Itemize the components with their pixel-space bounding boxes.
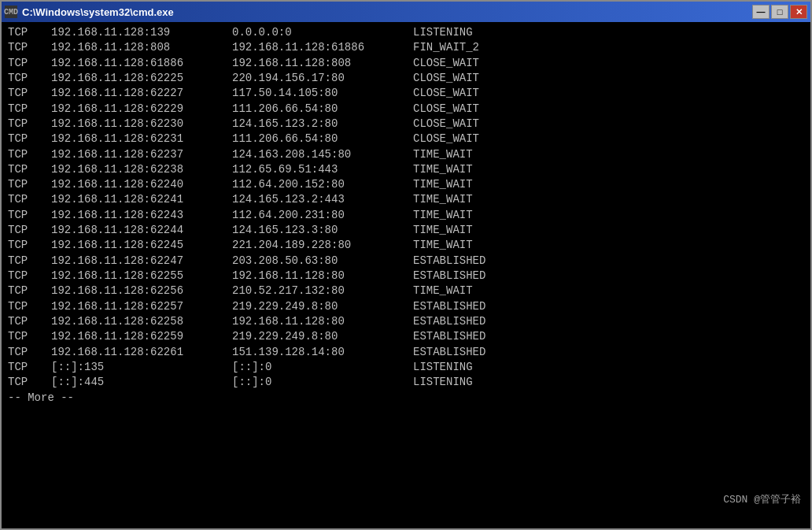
restore-button[interactable]: □	[771, 5, 788, 19]
col-remote-address: 112.65.69.51:443	[232, 162, 413, 177]
col-local-address: 192.168.11.128:808	[51, 40, 232, 55]
col-local-address: 192.168.11.128:62261	[51, 345, 232, 360]
cmd-window: CMD C:\Windows\system32\cmd.exe — □ ✕ TC…	[0, 0, 812, 530]
table-row: TCP192.168.11.128:808192.168.11.128:6188…	[8, 40, 804, 55]
col-remote-address: 124.163.208.145:80	[232, 147, 413, 162]
table-row: TCP192.168.11.128:62227117.50.14.105:80C…	[8, 86, 804, 101]
table-row: TCP192.168.11.128:62237124.163.208.145:8…	[8, 147, 804, 162]
col-protocol: TCP	[8, 132, 51, 146]
col-remote-address: 117.50.14.105:80	[232, 86, 413, 101]
col-protocol: TCP	[8, 25, 51, 40]
col-remote-address: 112.64.200.231:80	[232, 208, 413, 223]
table-row: TCP192.168.11.128:62231111.206.66.54:80C…	[8, 132, 804, 146]
col-local-address: 192.168.11.128:62245	[51, 238, 232, 253]
col-state: CLOSE_WAIT	[413, 56, 804, 71]
col-state: ESTABLISHED	[413, 299, 804, 314]
table-row: TCP192.168.11.128:62225220.194.156.17:80…	[8, 71, 804, 86]
col-local-address: 192.168.11.128:62229	[51, 102, 232, 117]
col-protocol: TCP	[8, 299, 51, 314]
table-row: TCP192.168.11.128:62241124.165.123.2:443…	[8, 192, 804, 207]
table-row: TCP192.168.11.128:61886192.168.11.128:80…	[8, 56, 804, 71]
col-remote-address: 112.64.200.152:80	[232, 177, 413, 192]
col-remote-address: [::]:0	[232, 375, 413, 390]
col-state: TIME_WAIT	[413, 223, 804, 238]
col-state: CLOSE_WAIT	[413, 86, 804, 101]
col-remote-address: 111.206.66.54:80	[232, 132, 413, 146]
col-local-address: 192.168.11.128:62227	[51, 86, 232, 101]
col-remote-address: 210.52.217.132:80	[232, 284, 413, 298]
col-state: LISTENING	[413, 25, 804, 40]
watermark: CSDN @管管子裕	[723, 492, 801, 506]
col-local-address: 192.168.11.128:62243	[51, 208, 232, 223]
cmd-icon: CMD	[5, 6, 17, 18]
col-state: TIME_WAIT	[413, 238, 804, 253]
col-state: FIN_WAIT_2	[413, 40, 804, 55]
col-local-address: 192.168.11.128:62238	[51, 162, 232, 177]
table-row: TCP192.168.11.128:62257219.229.249.8:80E…	[8, 299, 804, 314]
col-protocol: TCP	[8, 192, 51, 207]
col-state: ESTABLISHED	[413, 314, 804, 329]
table-row: TCP192.168.11.128:62247203.208.50.63:80E…	[8, 254, 804, 269]
minimize-button[interactable]: —	[752, 5, 770, 19]
table-row: TCP192.168.11.128:62243112.64.200.231:80…	[8, 208, 804, 223]
col-local-address: 192.168.11.128:62237	[51, 147, 232, 162]
col-state: CLOSE_WAIT	[413, 117, 804, 132]
col-local-address: 192.168.11.128:62225	[51, 71, 232, 86]
col-state: TIME_WAIT	[413, 162, 804, 177]
col-remote-address: 221.204.189.228:80	[232, 238, 413, 253]
col-remote-address: 192.168.11.128:61886	[232, 40, 413, 55]
col-state: TIME_WAIT	[413, 208, 804, 223]
col-remote-address: 124.165.123.3:80	[232, 223, 413, 238]
col-protocol: TCP	[8, 162, 51, 177]
col-local-address: 192.168.11.128:62247	[51, 254, 232, 269]
col-state: CLOSE_WAIT	[413, 102, 804, 117]
col-protocol: TCP	[8, 86, 51, 101]
col-state: ESTABLISHED	[413, 269, 804, 284]
col-protocol: TCP	[8, 345, 51, 360]
col-remote-address: 203.208.50.63:80	[232, 254, 413, 269]
col-protocol: TCP	[8, 71, 51, 86]
col-protocol: TCP	[8, 314, 51, 329]
col-protocol: TCP	[8, 56, 51, 71]
col-protocol: TCP	[8, 360, 51, 375]
col-remote-address: 192.168.11.128:808	[232, 56, 413, 71]
col-local-address: 192.168.11.128:62259	[51, 329, 232, 344]
col-local-address: [::]:445	[51, 375, 232, 390]
col-remote-address: 111.206.66.54:80	[232, 102, 413, 117]
col-local-address: 192.168.11.128:62256	[51, 284, 232, 298]
window-title: C:\Windows\system32\cmd.exe	[22, 6, 174, 18]
col-protocol: TCP	[8, 40, 51, 55]
col-state: LISTENING	[413, 375, 804, 390]
col-remote-address: 124.165.123.2:80	[232, 117, 413, 132]
table-row: TCP192.168.11.128:62258192.168.11.128:80…	[8, 314, 804, 329]
col-protocol: TCP	[8, 177, 51, 192]
col-state: LISTENING	[413, 360, 804, 375]
table-row: TCP192.168.11.128:62255192.168.11.128:80…	[8, 269, 804, 284]
col-remote-address: 0.0.0.0:0	[232, 25, 413, 40]
col-state: TIME_WAIT	[413, 147, 804, 162]
title-bar-left: CMD C:\Windows\system32\cmd.exe	[5, 6, 174, 18]
col-remote-address: 220.194.156.17:80	[232, 71, 413, 86]
col-local-address: 192.168.11.128:62255	[51, 269, 232, 284]
col-state: CLOSE_WAIT	[413, 71, 804, 86]
col-remote-address: 219.229.249.8:80	[232, 329, 413, 344]
col-local-address: 192.168.11.128:62241	[51, 192, 232, 207]
table-row: TCP192.168.11.128:62259219.229.249.8:80E…	[8, 329, 804, 344]
col-protocol: TCP	[8, 269, 51, 284]
col-protocol: TCP	[8, 284, 51, 298]
col-local-address: 192.168.11.128:62230	[51, 117, 232, 132]
col-state: ESTABLISHED	[413, 329, 804, 344]
table-row: TCP192.168.11.128:62230124.165.123.2:80C…	[8, 117, 804, 132]
col-local-address: 192.168.11.128:62258	[51, 314, 232, 329]
col-protocol: TCP	[8, 375, 51, 390]
col-local-address: 192.168.11.128:62244	[51, 223, 232, 238]
col-state: TIME_WAIT	[413, 177, 804, 192]
col-remote-address: 219.229.249.8:80	[232, 299, 413, 314]
terminal-area[interactable]: TCP192.168.11.128:1390.0.0.0:0LISTENINGT…	[2, 22, 810, 528]
col-local-address: 192.168.11.128:139	[51, 25, 232, 40]
col-protocol: TCP	[8, 329, 51, 344]
col-protocol: TCP	[8, 117, 51, 132]
title-buttons: — □ ✕	[752, 5, 807, 19]
close-button[interactable]: ✕	[790, 5, 807, 19]
more-line: -- More --	[8, 391, 804, 406]
